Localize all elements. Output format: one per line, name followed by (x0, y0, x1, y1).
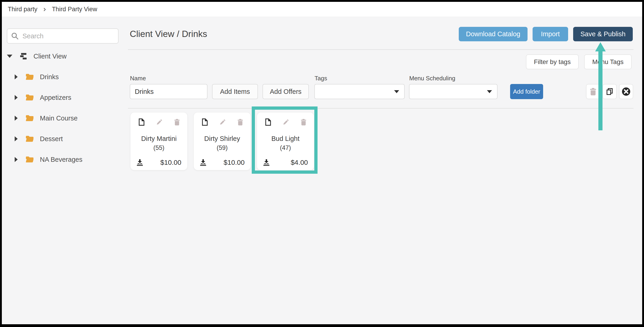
tree-item-na-beverages[interactable]: NA Beverages (0, 149, 124, 170)
folder-icon (26, 94, 34, 101)
chevron-right-icon[interactable] (15, 157, 18, 162)
folder-tree: Client View Drinks Appetizers Main (0, 46, 124, 170)
tree-item-label: Dessert (40, 135, 63, 143)
add-folder-button[interactable]: Add folder (510, 84, 543, 99)
search-input[interactable] (22, 32, 114, 40)
chevron-right-icon[interactable] (15, 95, 18, 100)
tags-select[interactable] (314, 84, 405, 99)
item-count: (59) (194, 144, 250, 151)
item-name: Dirty Shirley (194, 135, 250, 143)
folder-icon (26, 115, 34, 122)
search-icon (11, 32, 19, 40)
card-icon-row (130, 112, 187, 126)
item-price: $10.00 (224, 159, 244, 166)
item-count: (47) (257, 144, 314, 151)
add-items-button[interactable]: Add Items (212, 84, 258, 99)
card-footer: $10.00 (199, 159, 244, 166)
edit-pencil-icon[interactable] (282, 118, 290, 126)
trash-icon[interactable] (300, 119, 306, 126)
tree-item-label: Main Course (40, 115, 78, 122)
item-count: (55) (130, 144, 187, 151)
download-icon (262, 159, 270, 166)
file-icon (202, 118, 208, 126)
breadcrumb-item-third-party-view[interactable]: Third Party View (52, 6, 97, 13)
app-window: Third party › Third Party View Client Vi… (0, 0, 644, 327)
arrow-annotation-head (595, 42, 606, 51)
trash-icon[interactable] (174, 119, 180, 126)
tree-item-client-view[interactable]: Client View (0, 46, 124, 67)
chevron-down-icon[interactable] (7, 55, 12, 58)
folder-icon (26, 156, 34, 163)
close-icon (622, 87, 631, 96)
chevron-right-icon[interactable] (15, 136, 18, 141)
card-footer: $4.00 (262, 159, 308, 166)
item-price: $10.00 (160, 159, 181, 166)
tree-item-label: Client View (34, 53, 67, 60)
header-actions: Download Catalog Import Save & Publish (458, 27, 633, 41)
save-publish-button[interactable]: Save & Publish (573, 27, 633, 41)
copy-icon (606, 88, 613, 95)
trash-icon[interactable] (237, 119, 243, 126)
chevron-down-icon (394, 90, 399, 93)
delete-folder-button[interactable] (586, 84, 600, 99)
tree-item-main-course[interactable]: Main Course (0, 108, 124, 129)
window-frame-right (642, 0, 644, 327)
item-name: Dirty Martini (130, 135, 187, 143)
menu-scheduling-label: Menu Scheduling (409, 75, 455, 82)
card-footer: $10.00 (136, 159, 181, 166)
chevron-right-icon[interactable] (15, 74, 18, 79)
trash-icon (590, 88, 596, 96)
chevron-down-icon (487, 90, 492, 93)
chevron-right-icon[interactable] (15, 116, 18, 121)
item-card-dirty-shirley[interactable]: Dirty Shirley (59) $10.00 (194, 112, 251, 170)
tree-item-drinks[interactable]: Drinks (0, 67, 124, 87)
hierarchy-icon (20, 53, 27, 60)
window-frame-top (0, 0, 644, 2)
tree-item-label: Drinks (40, 73, 59, 81)
menu-tags-button[interactable]: Menu Tags (584, 54, 632, 69)
edit-pencil-icon[interactable] (219, 118, 226, 126)
card-icon-row (194, 112, 250, 126)
breadcrumb-bar: Third party › Third Party View (2, 2, 642, 17)
name-input[interactable] (130, 84, 208, 99)
file-icon (138, 118, 145, 126)
form-divider (128, 108, 634, 109)
tags-label: Tags (314, 75, 327, 82)
menu-scheduling-select[interactable] (409, 84, 498, 99)
close-button[interactable] (619, 84, 633, 99)
item-price: $4.00 (291, 159, 308, 166)
folder-icon (26, 135, 34, 142)
page-title: Client View / Drinks (130, 29, 207, 39)
breadcrumb-separator-icon: › (43, 5, 46, 13)
edit-pencil-icon[interactable] (156, 118, 163, 126)
item-card-bud-light[interactable]: Bud Light (47) $4.00 (257, 112, 314, 170)
item-name: Bud Light (257, 135, 314, 143)
import-button[interactable]: Import (532, 27, 568, 41)
tree-item-appetizers[interactable]: Appetizers (0, 87, 124, 108)
tree-item-dessert[interactable]: Dessert (0, 129, 124, 149)
add-offers-button[interactable]: Add Offers (262, 84, 309, 99)
filter-by-tags-button[interactable]: Filter by tags (526, 54, 579, 69)
arrow-annotation-shaft (598, 51, 602, 130)
tag-actions: Filter by tags Menu Tags (526, 54, 632, 69)
file-icon (265, 118, 271, 126)
folder-icon (26, 74, 34, 80)
download-icon (199, 159, 207, 166)
window-frame-left (0, 0, 2, 327)
download-catalog-button[interactable]: Download Catalog (459, 27, 528, 41)
name-label: Name (130, 75, 146, 82)
search-box (7, 29, 118, 44)
folder-icon-actions (586, 84, 633, 99)
download-icon (136, 159, 144, 166)
item-card-dirty-martini[interactable]: Dirty Martini (55) $10.00 (130, 112, 188, 170)
duplicate-folder-button[interactable] (602, 84, 617, 99)
header-divider (128, 49, 634, 50)
breadcrumb-item-third-party[interactable]: Third party (8, 6, 37, 13)
tree-item-label: NA Beverages (40, 156, 82, 163)
window-frame-bottom (0, 324, 644, 327)
tree-item-label: Appetizers (40, 94, 71, 101)
card-icon-row (257, 112, 314, 126)
